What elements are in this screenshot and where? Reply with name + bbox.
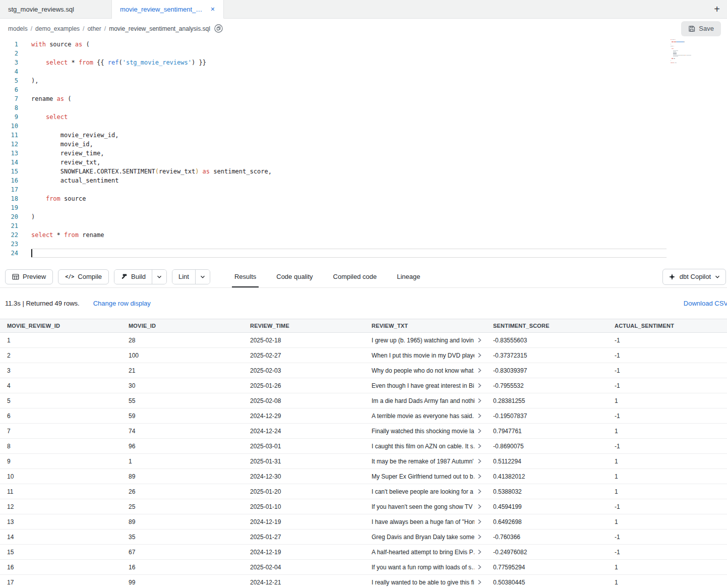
breadcrumb-part[interactable]: other: [87, 25, 101, 32]
copy-path-icon[interactable]: [214, 24, 223, 33]
code-line[interactable]: 19: [0, 203, 727, 212]
header-cell-movie_id[interactable]: MOVIE_ID: [122, 323, 243, 329]
code-line-content: ),: [31, 76, 667, 85]
code-line[interactable]: 7rename as (: [0, 94, 727, 103]
expand-review-icon[interactable]: [477, 443, 482, 449]
dbt-copilot-button[interactable]: dbt Copilot: [662, 269, 726, 285]
breadcrumb-part[interactable]: movie_review_sentiment_analysis.sql: [109, 25, 210, 32]
cell-sentiment_score: -0.760366: [486, 534, 608, 541]
results-tab-list: Results Code quality Compiled code Linea…: [224, 266, 431, 287]
close-tab-icon[interactable]: ✕: [210, 6, 215, 13]
expand-review-icon[interactable]: [477, 413, 482, 419]
cell-value: 12: [7, 503, 14, 510]
code-line[interactable]: 14 review_txt,: [0, 158, 727, 167]
tab-compiled-code[interactable]: Compiled code: [331, 266, 380, 287]
code-line[interactable]: 16 actual_sentiment: [0, 176, 727, 185]
expand-review-icon[interactable]: [477, 504, 482, 509]
line-number: 19: [0, 203, 18, 212]
cell-movie_review_id: 7: [0, 428, 122, 435]
expand-review-icon[interactable]: [477, 564, 482, 570]
cell-review_txt: I can't believe people are looking for a…: [365, 488, 486, 495]
change-row-display-link[interactable]: Change row display: [93, 300, 151, 307]
code-line[interactable]: 5),: [0, 76, 727, 85]
header-cell-actual_sentiment[interactable]: ACTUAL_SENTIMENT: [608, 323, 727, 329]
expand-review-icon[interactable]: [477, 368, 482, 373]
code-line[interactable]: 3 select * from {{ ref('stg_movie_review…: [0, 58, 727, 67]
code-line[interactable]: 13 review_time,: [0, 149, 727, 158]
cell-value: 99: [129, 579, 135, 586]
cell-value: -1: [615, 534, 620, 541]
lint-split-button: Lint: [172, 269, 210, 284]
compile-button[interactable]: </> Compile: [58, 269, 109, 284]
code-line[interactable]: 18 from source: [0, 194, 727, 203]
sql-editor[interactable]: 1with source as (23 select * from {{ ref…: [0, 38, 727, 266]
expand-review-icon[interactable]: [477, 474, 482, 479]
breadcrumb-part[interactable]: models: [8, 25, 28, 32]
code-line[interactable]: 11 movie_review_id,: [0, 131, 727, 140]
tab-lineage[interactable]: Lineage: [394, 266, 422, 287]
cell-value: 2025-03-01: [250, 443, 281, 450]
code-line[interactable]: 10: [0, 122, 727, 131]
expand-review-icon[interactable]: [477, 458, 482, 464]
cell-review_txt: Greg Davis and Bryan Daly take some …: [365, 534, 486, 541]
expand-review-icon[interactable]: [477, 579, 482, 585]
expand-review-icon[interactable]: [477, 352, 482, 358]
cell-value: 21: [129, 367, 135, 374]
header-cell-review_time[interactable]: REVIEW_TIME: [243, 323, 365, 329]
cell-value: I caught this film on AZN on cable. It s…: [372, 443, 474, 450]
lint-dropdown-button[interactable]: [195, 270, 210, 284]
code-line[interactable]: 20): [0, 212, 727, 221]
cell-review_txt: A half-hearted attempt to bring Elvis P…: [365, 549, 486, 556]
code-line[interactable]: 8: [0, 103, 727, 112]
breadcrumb-part[interactable]: demo_examples: [35, 25, 80, 32]
cell-value: I have always been a huge fan of "Hom…: [372, 518, 474, 525]
cell-value: 13: [7, 518, 14, 525]
expand-review-icon[interactable]: [477, 534, 482, 540]
cell-review_txt: I really wanted to be able to give this …: [365, 579, 486, 586]
cell-value: 26: [129, 488, 135, 495]
code-area[interactable]: 1with source as (23 select * from {{ ref…: [0, 40, 727, 258]
new-tab-button[interactable]: +: [707, 0, 727, 18]
code-line[interactable]: 4: [0, 67, 727, 76]
tab-movie-review-sentiment-analysis[interactable]: movie_review_sentiment_… ✕: [112, 0, 224, 19]
lint-button[interactable]: Lint: [172, 270, 195, 284]
expand-review-icon[interactable]: [477, 398, 482, 403]
expand-review-icon[interactable]: [477, 428, 482, 434]
code-line[interactable]: 9 select: [0, 112, 727, 122]
editor-minimap[interactable]: [671, 39, 704, 66]
download-csv-link[interactable]: Download CSV: [684, 300, 727, 307]
code-line[interactable]: 2: [0, 49, 727, 58]
cell-value: Im a die hard Dads Army fan and nothi…: [372, 397, 474, 404]
tab-code-quality[interactable]: Code quality: [274, 266, 315, 287]
code-line[interactable]: 24: [0, 249, 727, 258]
cell-value: 0.5388032: [493, 488, 522, 495]
tab-stg-movie-reviews[interactable]: stg_movie_reviews.sql: [0, 0, 112, 18]
header-cell-review_txt[interactable]: REVIEW_TXT: [365, 323, 486, 329]
line-number: 2: [0, 49, 18, 58]
preview-button[interactable]: Preview: [5, 269, 53, 284]
expand-review-icon[interactable]: [477, 489, 482, 494]
save-button[interactable]: Save: [681, 21, 721, 36]
code-line[interactable]: 1with source as (: [0, 40, 727, 49]
code-line[interactable]: 17: [0, 185, 727, 194]
cell-value: 2024-12-30: [250, 473, 281, 480]
cell-value: -0.19507837: [493, 413, 527, 420]
expand-review-icon[interactable]: [477, 337, 482, 343]
expand-review-icon[interactable]: [477, 549, 482, 555]
header-cell-sentiment_score[interactable]: SENTIMENT_SCORE: [486, 323, 608, 329]
code-line[interactable]: 22select * from rename: [0, 230, 727, 240]
expand-review-icon[interactable]: [477, 519, 482, 524]
cell-review_time: 2025-01-26: [243, 382, 365, 389]
code-line-content: actual_sentiment: [31, 176, 667, 185]
build-button[interactable]: Build: [114, 270, 152, 284]
code-line[interactable]: 12 movie_id,: [0, 140, 727, 149]
code-line[interactable]: 23: [0, 240, 727, 249]
build-dropdown-button[interactable]: [152, 270, 166, 284]
expand-review-icon[interactable]: [477, 383, 482, 388]
header-cell-movie_review_id[interactable]: MOVIE_REVIEW_ID: [0, 323, 122, 329]
code-line[interactable]: 15 SNOWFLAKE.CORTEX.SENTIMENT(review_txt…: [0, 167, 727, 176]
table-row: 5552025-02-08Im a die hard Dads Army fan…: [0, 393, 727, 408]
code-line[interactable]: 21: [0, 221, 727, 230]
tab-results[interactable]: Results: [232, 266, 259, 287]
code-line[interactable]: 6: [0, 85, 727, 94]
